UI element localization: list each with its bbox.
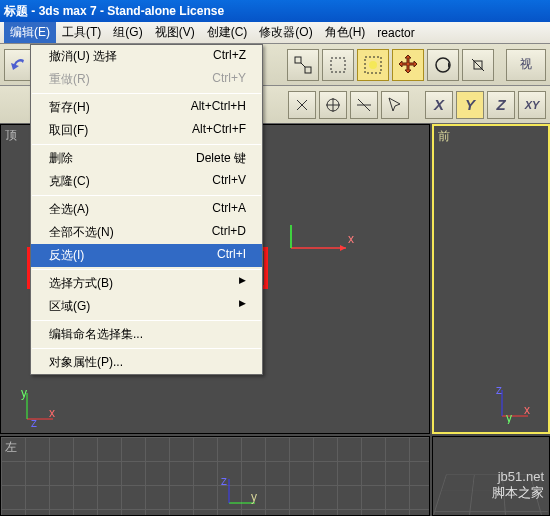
viewport-front[interactable]: 前 x z y bbox=[432, 124, 550, 434]
edit-menu-item-6[interactable]: 删除Delete 键 bbox=[31, 147, 262, 170]
scale-button[interactable] bbox=[462, 49, 494, 81]
menu-edit[interactable]: 编辑(E) bbox=[4, 22, 56, 43]
edit-menu-item-7[interactable]: 克隆(C)Ctrl+V bbox=[31, 170, 262, 193]
selection-region-button[interactable] bbox=[322, 49, 354, 81]
menu-tools[interactable]: 工具(T) bbox=[56, 22, 107, 43]
menu-create[interactable]: 创建(C) bbox=[201, 22, 254, 43]
axis-x-button[interactable]: X bbox=[425, 91, 453, 119]
svg-text:y: y bbox=[506, 411, 512, 424]
select-object-button[interactable] bbox=[357, 49, 389, 81]
viewport-left-label: 左 bbox=[5, 439, 17, 456]
edit-menu-item-1: 重做(R)Ctrl+Y bbox=[31, 68, 262, 91]
select-link-button[interactable] bbox=[287, 49, 319, 81]
title-text: 标题 - 3ds max 7 - Stand-alone License bbox=[4, 3, 224, 20]
edit-menu-item-9[interactable]: 全选(A)Ctrl+A bbox=[31, 198, 262, 221]
viewport-front-label: 前 bbox=[438, 128, 450, 145]
svg-text:x: x bbox=[49, 406, 55, 420]
menu-group[interactable]: 组(G) bbox=[107, 22, 148, 43]
svg-rect-3 bbox=[331, 58, 345, 72]
svg-text:x: x bbox=[348, 232, 354, 246]
edit-menu-item-4[interactable]: 取回(F)Alt+Ctrl+F bbox=[31, 119, 262, 142]
edit-menu-item-13[interactable]: 选择方式(B)▶ bbox=[31, 272, 262, 295]
axis-xy-button[interactable]: XY bbox=[518, 91, 546, 119]
move-button[interactable] bbox=[392, 49, 424, 81]
menu-modifier[interactable]: 修改器(O) bbox=[253, 22, 318, 43]
menu-bar: 编辑(E) 工具(T) 组(G) 视图(V) 创建(C) 修改器(O) 角色(H… bbox=[0, 22, 550, 44]
svg-point-5 bbox=[369, 61, 377, 69]
svg-text:y: y bbox=[21, 387, 27, 400]
menu-view[interactable]: 视图(V) bbox=[149, 22, 201, 43]
svg-text:z: z bbox=[221, 474, 227, 488]
watermark-text: 脚本之家 bbox=[492, 484, 544, 502]
menu-reactor[interactable]: reactor bbox=[371, 24, 420, 42]
edit-menu-dropdown: 撤消(U) 选择Ctrl+Z重做(R)Ctrl+Y暂存(H)Alt+Ctrl+H… bbox=[30, 44, 263, 375]
edit-menu-item-11[interactable]: 反选(I)Ctrl+I bbox=[31, 244, 262, 267]
menu-character[interactable]: 角色(H) bbox=[319, 22, 372, 43]
title-bar: 标题 - 3ds max 7 - Stand-alone License bbox=[0, 0, 550, 22]
snap-button[interactable] bbox=[288, 91, 316, 119]
edit-menu-item-3[interactable]: 暂存(H)Alt+Ctrl+H bbox=[31, 96, 262, 119]
axis-y-button[interactable]: Y bbox=[456, 91, 484, 119]
cursor-button[interactable] bbox=[381, 91, 409, 119]
svg-rect-1 bbox=[305, 67, 311, 73]
edit-menu-item-14[interactable]: 区域(G)▶ bbox=[31, 295, 262, 318]
svg-text:x: x bbox=[524, 403, 530, 417]
svg-rect-0 bbox=[295, 57, 301, 63]
angle-snap-button[interactable] bbox=[319, 91, 347, 119]
axis-z-button[interactable]: Z bbox=[487, 91, 515, 119]
svg-text:z: z bbox=[496, 384, 502, 397]
edit-menu-item-0[interactable]: 撤消(U) 选择Ctrl+Z bbox=[31, 45, 262, 68]
svg-line-2 bbox=[301, 63, 305, 67]
edit-menu-item-10[interactable]: 全部不选(N)Ctrl+D bbox=[31, 221, 262, 244]
svg-text:y: y bbox=[251, 490, 257, 504]
svg-text:z: z bbox=[31, 416, 37, 427]
watermark-url: jb51.net bbox=[498, 469, 544, 484]
edit-menu-item-18[interactable]: 对象属性(P)... bbox=[31, 351, 262, 374]
percent-snap-button[interactable] bbox=[350, 91, 378, 119]
viewport-top-label: 顶 bbox=[5, 127, 17, 144]
rotate-button[interactable] bbox=[427, 49, 459, 81]
viewport-config-button[interactable]: 视 bbox=[506, 49, 546, 81]
edit-menu-item-16[interactable]: 编辑命名选择集... bbox=[31, 323, 262, 346]
svg-point-6 bbox=[436, 58, 450, 72]
viewport-left[interactable]: 左 y z bbox=[0, 436, 430, 516]
